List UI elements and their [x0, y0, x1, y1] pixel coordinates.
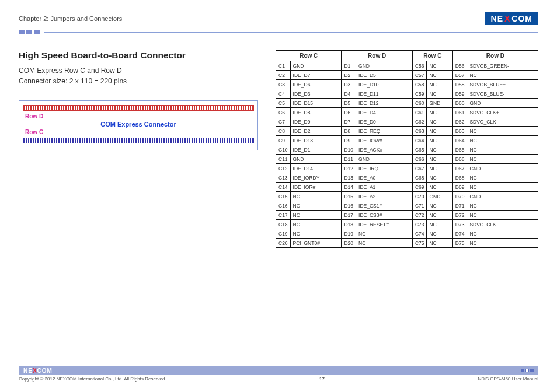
table-row: C14IDE_IOR#D14IDE_A1C69NCD69NC	[276, 183, 538, 192]
footer-logo-x: X	[33, 368, 37, 374]
signal-cell: NC	[427, 89, 452, 99]
table-row: C16NCD16IDE_CS1#C71NCD71NC	[276, 201, 538, 211]
pin-id-cell: D7	[342, 117, 356, 127]
pin-id-cell: D59	[452, 89, 467, 99]
signal-cell: SDVOB_GREEN-	[467, 61, 538, 71]
table-row: C1GNDD1GNDC56NCD56SDVOB_GREEN-	[276, 61, 538, 71]
th-row-d-1: Row D	[342, 51, 412, 61]
signal-cell: IDE_A1	[356, 183, 413, 192]
table-row: C3IDE_D6D3IDE_D10C58NCD58SDVOB_BLUE+	[276, 80, 538, 89]
pin-id-cell: D1	[342, 61, 356, 71]
signal-cell: IDE_IOW#	[356, 136, 413, 145]
signal-cell: IDE_D0	[356, 117, 413, 127]
table-row: C20PCI_GNT0#D20NCC75NCD75NC	[276, 239, 538, 248]
table-row: C4IDE_D3D4IDE_D11C59NCD59SDVOB_BLUE-	[276, 89, 538, 99]
pin-id-cell: C8	[276, 127, 291, 136]
pin-id-cell: D70	[452, 192, 467, 201]
signal-cell: IDE_CS3#	[356, 211, 413, 220]
pin-id-cell: C18	[276, 220, 291, 229]
pin-id-cell: C59	[412, 89, 427, 99]
signal-cell: NC	[427, 183, 452, 192]
diagram-center-label: COM Express Connector	[23, 121, 254, 128]
pin-id-cell: D56	[452, 61, 467, 71]
signal-cell: GND	[467, 192, 538, 201]
signal-cell: NC	[467, 211, 538, 220]
pin-id-cell: C5	[276, 99, 291, 108]
signal-cell: SDVO_CLK	[467, 220, 538, 229]
pin-id-cell: C60	[412, 99, 427, 108]
table-row: C9IDE_D13D9IDE_IOW#C64NCD64NC	[276, 136, 538, 145]
footer-page-number: 17	[319, 376, 325, 382]
pin-id-cell: D57	[452, 71, 467, 80]
pin-id-cell: D13	[342, 173, 356, 183]
signal-cell: IDE_D9	[290, 117, 342, 127]
signal-cell: NC	[427, 145, 452, 155]
signal-cell: NC	[467, 201, 538, 211]
pin-id-cell: C17	[276, 211, 291, 220]
table-row: C19NCD19NCC74NCD74NC	[276, 229, 538, 239]
pin-id-cell: C74	[412, 229, 427, 239]
signal-cell: NC	[427, 136, 452, 145]
pin-id-cell: D63	[452, 127, 467, 136]
pin-id-cell: D64	[452, 136, 467, 145]
pin-id-cell: C68	[412, 173, 427, 183]
pin-id-cell: D58	[452, 80, 467, 89]
signal-cell: IDE_D2	[290, 127, 342, 136]
signal-cell: NC	[427, 155, 452, 164]
logo-text-post: COM	[511, 14, 532, 23]
diagram-label-row-d: Row D	[25, 113, 254, 120]
pin-id-cell: C3	[276, 80, 291, 89]
pin-id-cell: D67	[452, 164, 467, 173]
signal-cell: NC	[427, 239, 452, 248]
pin-id-cell: C10	[276, 145, 291, 155]
pin-id-cell: D15	[342, 192, 356, 201]
pin-id-cell: D68	[452, 173, 467, 183]
pin-id-cell: C58	[412, 80, 427, 89]
pin-id-cell: C20	[276, 239, 291, 248]
signal-cell: NC	[427, 201, 452, 211]
pin-id-cell: C57	[412, 71, 427, 80]
pin-id-cell: C62	[412, 117, 427, 127]
pin-id-cell: C56	[412, 61, 427, 71]
pin-id-cell: D20	[342, 239, 356, 248]
pin-id-cell: C71	[412, 201, 427, 211]
diagram-pin-row-bottom	[23, 138, 254, 144]
signal-cell: NC	[356, 239, 413, 248]
signal-cell: IDE_D1	[290, 145, 342, 155]
table-row: C5IDE_D15D5IDE_D12C60GNDD60GND	[276, 99, 538, 108]
page-footer: NEXCOM Copyright © 2012 NEXCOM Internati…	[19, 366, 538, 382]
pin-id-cell: C12	[276, 164, 291, 173]
pin-id-cell: D66	[452, 155, 467, 164]
signal-cell: GND	[467, 99, 538, 108]
signal-cell: NC	[467, 145, 538, 155]
signal-cell: GND	[290, 155, 342, 164]
pin-id-cell: D12	[342, 164, 356, 173]
section-desc-1: COM Express Row C and Row D	[19, 65, 258, 76]
pin-id-cell: C15	[276, 192, 291, 201]
pin-id-cell: C75	[412, 239, 427, 248]
logo-text-x: X	[504, 14, 511, 23]
table-row: C18NCD18IDE_RESET#C73NCD73SDVO_CLK	[276, 220, 538, 229]
signal-cell: IDE_D12	[356, 99, 413, 108]
page-content: High Speed Board-to-Board Connector COM …	[19, 50, 538, 248]
pin-id-cell: C65	[412, 145, 427, 155]
signal-cell: NC	[427, 61, 452, 71]
signal-cell: NC	[467, 239, 538, 248]
signal-cell: GND	[290, 61, 342, 71]
footer-logo-pre: NE	[23, 368, 33, 374]
signal-cell: NC	[427, 108, 452, 117]
pin-id-cell: C2	[276, 71, 291, 80]
pin-id-cell: C7	[276, 117, 291, 127]
pin-id-cell: D65	[452, 145, 467, 155]
header-rule	[19, 30, 538, 34]
signal-cell: IDE_A0	[356, 173, 413, 183]
pin-id-cell: C11	[276, 155, 291, 164]
signal-cell: NC	[467, 127, 538, 136]
signal-cell: IDE_ACK#	[356, 145, 413, 155]
left-column: High Speed Board-to-Board Connector COM …	[19, 50, 258, 248]
pin-id-cell: D62	[452, 117, 467, 127]
signal-cell: NC	[427, 229, 452, 239]
footer-meta: Copyright © 2012 NEXCOM International Co…	[19, 376, 538, 382]
signal-cell: SDVO_CLK-	[467, 117, 538, 127]
table-row: C11GNDD11GNDC66NCD66NC	[276, 155, 538, 164]
